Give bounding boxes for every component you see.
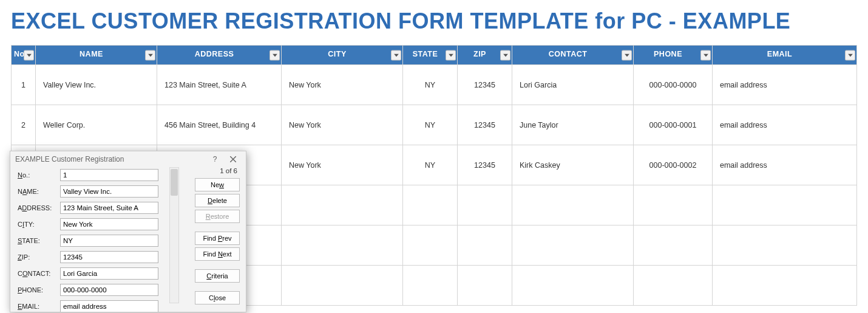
close-button[interactable]: Close — [195, 291, 240, 304]
table-cell[interactable] — [282, 266, 403, 306]
table-cell[interactable] — [713, 266, 857, 306]
table-cell[interactable]: email address — [713, 145, 857, 185]
field-label-address: ADDRESS: — [18, 204, 58, 212]
svg-marker-4 — [449, 53, 453, 57]
help-icon[interactable]: ? — [206, 153, 224, 166]
dialog-scrollbar[interactable] — [169, 167, 179, 303]
table-cell[interactable] — [512, 266, 634, 306]
filter-dropdown-icon[interactable] — [500, 50, 510, 60]
col-header-email[interactable]: EMAIL — [713, 46, 857, 65]
col-header-zip[interactable]: ZIP — [458, 46, 512, 65]
table-cell[interactable] — [282, 225, 403, 266]
col-header-name[interactable]: NAME — [36, 46, 157, 65]
table-cell[interactable] — [458, 225, 512, 266]
table-cell[interactable]: Lori Garcia — [512, 65, 634, 105]
col-header-address[interactable]: ADDRESS — [157, 46, 282, 65]
table-cell[interactable] — [713, 185, 857, 225]
table-cell[interactable]: 2 — [12, 105, 36, 145]
col-header-no[interactable]: No. — [12, 46, 36, 65]
filter-dropdown-icon[interactable] — [700, 50, 711, 60]
table-cell[interactable] — [512, 225, 634, 266]
table-cell[interactable]: Kirk Caskey — [512, 145, 634, 185]
find-prev-button[interactable]: Find Prev — [195, 232, 240, 245]
col-header-phone[interactable]: PHONE — [634, 46, 713, 65]
table-cell[interactable] — [403, 225, 458, 266]
table-cell[interactable]: 000-000-0002 — [634, 145, 713, 185]
page-title: EXCEL CUSTOMER REGISTRATION FORM TEMPLAT… — [11, 9, 857, 34]
table-cell[interactable]: 000-000-0000 — [634, 65, 713, 105]
table-cell[interactable] — [458, 266, 512, 306]
dialog-fields: No.: NAME: ADDRESS: CITY: STATE: ZIP: CO… — [18, 167, 166, 308]
criteria-button[interactable]: Criteria — [195, 269, 240, 283]
table-cell[interactable]: 123 Main Street, Suite A — [157, 65, 282, 105]
table-cell[interactable] — [403, 185, 458, 225]
table-cell[interactable]: 1 — [12, 65, 36, 105]
filter-dropdown-icon[interactable] — [270, 50, 280, 60]
find-next-button[interactable]: Find Next — [195, 247, 240, 261]
table-cell[interactable]: 12345 — [458, 65, 512, 105]
table-cell[interactable]: email address — [713, 65, 857, 105]
data-form-dialog[interactable]: EXAMPLE Customer Registration ? No.: NAM… — [10, 151, 246, 312]
table-cell[interactable] — [634, 266, 713, 306]
col-header-state[interactable]: STATE — [403, 46, 458, 65]
table-cell[interactable] — [713, 225, 857, 266]
contact-field[interactable] — [60, 267, 158, 280]
address-field[interactable] — [60, 202, 158, 214]
table-cell[interactable]: 456 Main Street, Building 4 — [157, 105, 282, 145]
table-header-row: No. NAME ADDRESS CITY STATE ZIP — [12, 46, 857, 65]
new-button[interactable]: New — [195, 178, 240, 191]
field-label-zip: ZIP: — [18, 253, 58, 261]
col-header-contact[interactable]: CONTACT — [512, 46, 634, 65]
state-field[interactable] — [60, 235, 158, 247]
filter-dropdown-icon[interactable] — [622, 50, 632, 60]
table-cell[interactable] — [512, 185, 634, 225]
table-cell[interactable]: NY — [403, 65, 458, 105]
filter-dropdown-icon[interactable] — [145, 50, 155, 60]
name-field[interactable] — [60, 185, 158, 198]
table-cell[interactable]: New York — [282, 145, 403, 185]
svg-marker-2 — [273, 53, 277, 57]
close-icon[interactable] — [224, 153, 242, 166]
table-cell[interactable] — [403, 266, 458, 306]
table-cell[interactable]: 12345 — [458, 145, 512, 185]
zip-field[interactable] — [60, 251, 158, 263]
table-cell[interactable]: 000-000-0001 — [634, 105, 713, 145]
col-header-label: CITY — [282, 50, 402, 58]
filter-dropdown-icon[interactable] — [446, 50, 456, 60]
field-label-no: No.: — [18, 171, 58, 179]
field-label-email: EMAIL: — [18, 303, 58, 310]
city-field[interactable] — [60, 218, 158, 230]
table-cell[interactable]: Weller Corp. — [36, 105, 157, 145]
table-cell[interactable] — [282, 185, 403, 225]
table-cell[interactable] — [458, 185, 512, 225]
table-cell[interactable]: NY — [403, 105, 458, 145]
table-cell[interactable]: NY — [403, 145, 458, 185]
table-cell[interactable]: New York — [282, 65, 403, 105]
table-cell[interactable]: 12345 — [458, 105, 512, 145]
email-field[interactable] — [60, 300, 158, 312]
table-row[interactable]: 1Valley View Inc.123 Main Street, Suite … — [12, 65, 857, 105]
table-cell[interactable]: email address — [713, 105, 857, 145]
no-field[interactable] — [60, 169, 158, 181]
table-cell[interactable] — [634, 225, 713, 266]
table-cell[interactable]: Valley View Inc. — [36, 65, 157, 105]
scrollbar-thumb[interactable] — [171, 169, 178, 196]
svg-marker-7 — [704, 53, 708, 57]
table-cell[interactable] — [634, 185, 713, 225]
field-label-city: CITY: — [18, 221, 58, 228]
phone-field[interactable] — [60, 284, 158, 296]
record-counter: 1 of 6 — [220, 167, 237, 174]
field-label-name: NAME: — [18, 188, 58, 195]
dialog-titlebar[interactable]: EXAMPLE Customer Registration ? — [10, 151, 246, 167]
table-cell[interactable]: June Taylor — [512, 105, 634, 145]
col-header-label: ADDRESS — [157, 50, 281, 58]
delete-button[interactable]: Delete — [195, 194, 240, 207]
filter-dropdown-icon[interactable] — [391, 50, 401, 60]
restore-button[interactable]: Restore — [195, 210, 240, 223]
table-cell[interactable]: New York — [282, 105, 403, 145]
col-header-city[interactable]: CITY — [282, 46, 403, 65]
field-label-state: STATE: — [18, 237, 58, 244]
filter-dropdown-icon[interactable] — [24, 50, 34, 60]
filter-dropdown-icon[interactable] — [845, 50, 855, 60]
table-row[interactable]: 2Weller Corp.456 Main Street, Building 4… — [12, 105, 857, 145]
